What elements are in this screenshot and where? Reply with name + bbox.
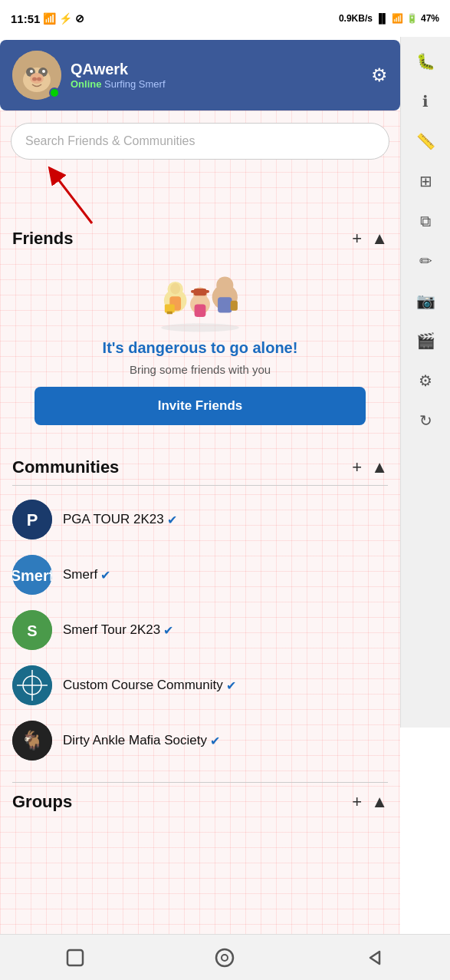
grid-icon[interactable]: ⊞ <box>409 164 442 198</box>
camera-icon[interactable]: 📷 <box>409 284 442 318</box>
lightning-icon: ⚡ <box>59 12 72 25</box>
communities-title: Communities <box>12 457 119 477</box>
community-name: Smerf Tour 2K23 ✔ <box>63 622 173 638</box>
svg-rect-39 <box>67 950 83 965</box>
profile-info: QAwerk Online Surfing Smerf <box>71 61 166 90</box>
profile-left: QAwerk Online Surfing Smerf <box>12 51 166 100</box>
verified-badge: ✔ <box>226 678 236 693</box>
groups-add-button[interactable]: + <box>352 794 362 810</box>
pencil-icon[interactable]: ✏ <box>409 244 442 278</box>
status-time: 11:51 <box>11 12 40 25</box>
community-avatar: 🐐 <box>12 721 52 761</box>
svg-point-8 <box>37 78 41 81</box>
communities-section-header: Communities + ▲ <box>0 448 400 485</box>
svg-line-10 <box>54 173 92 223</box>
verified-badge: ✔ <box>210 734 220 748</box>
refresh-icon[interactable]: ↻ <box>409 404 442 437</box>
svg-point-11 <box>161 323 239 332</box>
community-name: Custom Course Community ✔ <box>63 678 236 693</box>
svg-point-22 <box>216 276 233 293</box>
groups-title: Groups <box>12 792 72 812</box>
right-sidebar: 🐛ℹ📏⊞⧉✏📷🎬⚙↻ <box>400 37 450 728</box>
bug-icon[interactable]: 🐛 <box>409 45 442 78</box>
verified-badge: ✔ <box>163 623 173 638</box>
status-suffix: Surfing Smerf <box>101 78 165 90</box>
svg-point-6 <box>30 73 44 84</box>
svg-rect-20 <box>195 304 206 317</box>
gear-button[interactable]: ⚙ <box>371 64 388 86</box>
signal-icon: 📶 <box>43 12 56 25</box>
community-name: PGA TOUR 2K23 ✔ <box>63 512 177 527</box>
nav-square-button[interactable] <box>56 939 94 977</box>
red-arrow <box>46 166 123 227</box>
community-list: PPGA TOUR 2K23 ✔SmerfSmerf ✔SSmerf Tour … <box>0 486 400 774</box>
illustration-svg <box>154 262 246 335</box>
verified-badge: ✔ <box>100 568 110 582</box>
communities-add-button[interactable]: + <box>352 459 362 476</box>
groups-section-header: Groups + ▲ <box>0 783 400 820</box>
community-name: Dirty Ankle Mafia Society ✔ <box>63 733 220 748</box>
svg-text:S: S <box>27 622 37 639</box>
home-circle-icon <box>214 947 235 968</box>
communities-actions: + ▲ <box>352 459 388 476</box>
svg-point-40 <box>216 949 233 966</box>
online-indicator <box>49 87 60 98</box>
svg-marker-42 <box>370 952 379 964</box>
svg-rect-26 <box>167 311 172 314</box>
groups-section: Groups + ▲ <box>0 782 400 820</box>
svg-point-7 <box>32 78 37 81</box>
avatar-wrapper <box>12 51 61 100</box>
back-icon <box>364 947 386 968</box>
info-icon[interactable]: ℹ <box>409 84 442 118</box>
settings-icon[interactable]: ⚙ <box>409 364 442 398</box>
friends-empty-subtext: Bring some friends with you <box>130 363 271 376</box>
bars-icon: ▐▌ <box>376 13 389 24</box>
community-item[interactable]: SmerfSmerf ✔ <box>0 547 400 602</box>
friends-empty-state: It's dangerous to go alone! Bring some f… <box>0 256 400 441</box>
bottom-nav <box>0 934 450 980</box>
community-avatar: S <box>12 610 52 650</box>
layers-icon[interactable]: ⧉ <box>409 204 442 238</box>
arrow-annotation <box>46 166 400 219</box>
friends-actions: + ▲ <box>352 230 388 247</box>
square-icon <box>64 947 86 968</box>
groups-actions: + ▲ <box>352 794 388 810</box>
svg-point-14 <box>170 282 180 294</box>
friends-empty-heading: It's dangerous to go alone! <box>103 339 298 357</box>
main-content: Friends + ▲ <box>0 111 400 980</box>
community-item[interactable]: PPGA TOUR 2K23 ✔ <box>0 492 400 547</box>
status-right-area: 0.9KB/s ▐▌ 📶 🔋 47% <box>339 13 439 24</box>
svg-point-5 <box>42 70 45 73</box>
groups-collapse-button[interactable]: ▲ <box>371 794 388 810</box>
communities-collapse-button[interactable]: ▲ <box>371 459 388 476</box>
community-item[interactable]: SSmerf Tour 2K23 ✔ <box>0 602 400 658</box>
friends-title: Friends <box>12 229 73 249</box>
profile-status: Online Surfing Smerf <box>71 78 166 90</box>
search-container <box>0 111 400 166</box>
status-time-area: 11:51 📶 ⚡ ⊘ <box>11 12 84 25</box>
invite-friends-button[interactable]: Invite Friends <box>34 387 365 425</box>
friends-add-button[interactable]: + <box>352 230 362 247</box>
community-item[interactable]: Custom Course Community ✔ <box>0 658 400 713</box>
community-avatar <box>12 665 52 705</box>
nav-home-button[interactable] <box>205 939 244 977</box>
community-item[interactable]: 🐐Dirty Ankle Mafia Society ✔ <box>0 713 400 768</box>
status-bar: 11:51 📶 ⚡ ⊘ 0.9KB/s ▐▌ 📶 🔋 47% <box>0 0 450 37</box>
svg-text:Smerf: Smerf <box>12 567 52 584</box>
community-name: Smerf ✔ <box>63 567 110 582</box>
battery-level: 47% <box>421 13 439 24</box>
network-speed: 0.9KB/s <box>339 13 373 24</box>
video-icon[interactable]: 🎬 <box>409 324 442 358</box>
verified-badge: ✔ <box>167 513 177 527</box>
svg-rect-24 <box>231 300 238 310</box>
nav-back-button[interactable] <box>356 939 394 977</box>
ruler-icon[interactable]: 📏 <box>409 124 442 158</box>
svg-point-41 <box>222 955 228 961</box>
svg-rect-19 <box>191 289 209 292</box>
friends-collapse-button[interactable]: ▲ <box>371 230 388 247</box>
search-input[interactable] <box>11 123 389 160</box>
community-avatar: Smerf <box>12 555 52 595</box>
wifi-icon: 📶 <box>392 13 403 24</box>
online-text: Online <box>71 78 101 90</box>
svg-text:🐐: 🐐 <box>21 729 44 751</box>
